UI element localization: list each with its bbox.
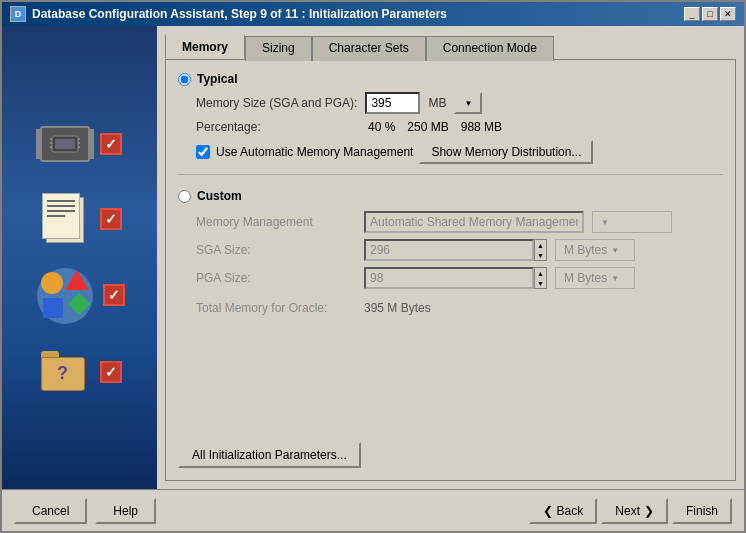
docs-icon-box — [37, 191, 92, 246]
title-controls: _ □ ✕ — [684, 7, 736, 21]
total-label: Total Memory for Oracle: — [196, 301, 356, 315]
pct-max: 988 MB — [461, 120, 502, 134]
folder-icon: ? — [41, 351, 89, 393]
title-bar: D Database Configuration Assistant, Step… — [2, 2, 744, 26]
left-item-2: ✓ — [37, 191, 122, 246]
pct-min: 250 MB — [407, 120, 448, 134]
pga-dropdown-arrow-icon: ▼ — [611, 274, 619, 283]
title-bar-left: D Database Configuration Assistant, Step… — [10, 6, 447, 22]
chip-icon-box — [37, 116, 92, 171]
separator — [178, 174, 723, 175]
maximize-button[interactable]: □ — [702, 7, 718, 21]
custom-label[interactable]: Custom — [197, 189, 242, 203]
pga-spin-down[interactable]: ▼ — [535, 278, 546, 288]
tab-connection-mode[interactable]: Connection Mode — [426, 36, 554, 61]
pga-unit-label: M Bytes — [564, 271, 607, 285]
check-badge-3: ✓ — [103, 284, 125, 306]
memory-size-input[interactable] — [365, 92, 420, 114]
back-button[interactable]: ❮ Back — [529, 498, 598, 524]
app-icon: D — [10, 6, 26, 22]
use-auto-checkbox[interactable] — [196, 145, 210, 159]
shapes-icon-box — [35, 266, 95, 324]
auto-memory-row: Use Automatic Memory Management Show Mem… — [196, 140, 723, 164]
check-badge-1: ✓ — [100, 133, 122, 155]
pga-spinner: ▲ ▼ — [364, 267, 547, 289]
sga-dropdown-arrow-icon: ▼ — [611, 246, 619, 255]
tab-memory[interactable]: Memory — [165, 34, 245, 59]
footer: Cancel Help ❮ Back Next ❯ Finish — [2, 489, 744, 531]
left-item-1: ✓ — [37, 116, 122, 171]
right-panel: Memory Sizing Character Sets Connection … — [157, 26, 744, 489]
memory-size-label: Memory Size (SGA and PGA): — [196, 96, 357, 110]
typical-label[interactable]: Typical — [197, 72, 237, 86]
typical-fields: Memory Size (SGA and PGA): MB ▼ Percenta… — [196, 86, 723, 164]
sga-unit-label: M Bytes — [564, 243, 607, 257]
tabs-bar: Memory Sizing Character Sets Connection … — [165, 34, 736, 59]
sga-spin-down[interactable]: ▼ — [535, 250, 546, 260]
sga-unit-dropdown: M Bytes ▼ — [555, 239, 635, 261]
content-area: ✓ — [2, 26, 744, 489]
pga-spin-buttons: ▲ ▼ — [534, 267, 547, 289]
custom-fields: Memory Management ▼ SGA Size: — [196, 211, 723, 315]
all-init-params-button[interactable]: All Initialization Parameters... — [178, 442, 361, 468]
pga-unit-dropdown: M Bytes ▼ — [555, 267, 635, 289]
percentage-value: 40 % — [368, 120, 395, 134]
close-button[interactable]: ✕ — [720, 7, 736, 21]
footer-left-buttons: Cancel Help — [14, 498, 156, 524]
typical-radio[interactable] — [178, 73, 191, 86]
back-arrow-icon: ❮ — [543, 504, 553, 518]
chip-icon — [40, 126, 90, 162]
svg-rect-1 — [55, 139, 75, 149]
finish-button[interactable]: Finish — [672, 498, 732, 524]
pga-label: PGA Size: — [196, 271, 356, 285]
memory-size-row: Memory Size (SGA and PGA): MB ▼ — [196, 92, 723, 114]
management-input — [364, 211, 584, 233]
next-button[interactable]: Next ❯ — [601, 498, 668, 524]
custom-section: Custom Memory Management ▼ — [178, 189, 723, 315]
custom-radio-row: Custom — [178, 189, 723, 203]
typical-radio-row: Typical — [178, 72, 723, 86]
sga-spin-buttons: ▲ ▼ — [534, 239, 547, 261]
use-auto-label[interactable]: Use Automatic Memory Management — [216, 145, 413, 159]
left-item-3: ✓ — [35, 266, 125, 324]
check-badge-4: ✓ — [100, 361, 122, 383]
cancel-button[interactable]: Cancel — [14, 498, 87, 524]
left-item-4: ? ✓ — [37, 344, 122, 399]
management-row: Memory Management ▼ — [196, 211, 723, 233]
memory-unit-label: MB — [428, 96, 446, 110]
bottom-buttons-area: All Initialization Parameters... — [178, 434, 723, 468]
management-dropdown: ▼ — [592, 211, 672, 233]
mgmt-dropdown-arrow-icon: ▼ — [601, 218, 609, 227]
sga-input — [364, 239, 534, 261]
management-label: Memory Management — [196, 215, 356, 229]
footer-right-buttons: ❮ Back Next ❯ Finish — [529, 498, 732, 524]
custom-radio[interactable] — [178, 190, 191, 203]
sga-size-row: SGA Size: ▲ ▼ M Bytes ▼ — [196, 239, 723, 261]
sga-spin-up[interactable]: ▲ — [535, 240, 546, 250]
help-button[interactable]: Help — [95, 498, 156, 524]
percentage-row: Percentage: 40 % 250 MB 988 MB — [196, 120, 723, 134]
minimize-button[interactable]: _ — [684, 7, 700, 21]
sga-label: SGA Size: — [196, 243, 356, 257]
total-memory-row: Total Memory for Oracle: 395 M Bytes — [196, 301, 723, 315]
pga-input — [364, 267, 534, 289]
barrel-icon — [37, 268, 93, 324]
main-window: D Database Configuration Assistant, Step… — [0, 0, 746, 533]
next-arrow-icon: ❯ — [644, 504, 654, 518]
tab-content-memory: Typical Memory Size (SGA and PGA): MB ▼ — [165, 59, 736, 481]
pga-spin-up[interactable]: ▲ — [535, 268, 546, 278]
tab-sizing[interactable]: Sizing — [245, 36, 312, 61]
sga-spinner: ▲ ▼ — [364, 239, 547, 261]
folder-icon-box: ? — [37, 344, 92, 399]
window-title: Database Configuration Assistant, Step 9… — [32, 7, 447, 21]
docs-icon — [42, 193, 87, 245]
dropdown-arrow-icon: ▼ — [464, 99, 472, 108]
total-value: 395 M Bytes — [364, 301, 431, 315]
memory-dropdown[interactable]: ▼ — [454, 92, 482, 114]
percentage-label: Percentage: — [196, 120, 356, 134]
shapes-icon — [39, 270, 91, 322]
check-badge-2: ✓ — [100, 208, 122, 230]
left-panel: ✓ — [2, 26, 157, 489]
tab-character-sets[interactable]: Character Sets — [312, 36, 426, 61]
show-distribution-button[interactable]: Show Memory Distribution... — [419, 140, 593, 164]
